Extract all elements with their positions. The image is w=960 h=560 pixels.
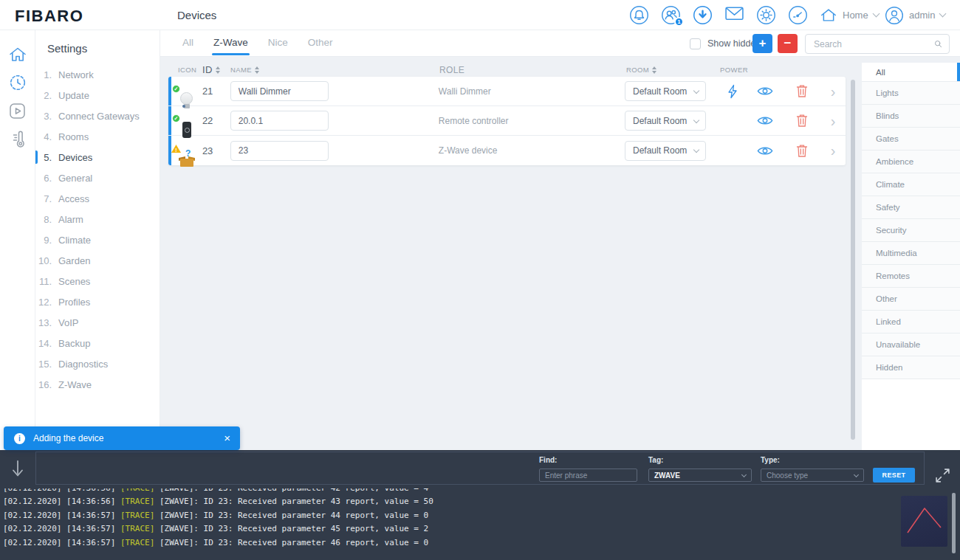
history-icon[interactable] [8,73,27,92]
category-remotes[interactable]: Remotes [862,265,960,288]
log-output[interactable]: [02.12.2020] [14:36:56] [TRACE] [ZWAVE]:… [0,488,945,560]
update-button[interactable] [693,5,713,25]
room-select[interactable]: Default Room [625,81,706,101]
category-climate[interactable]: Climate [862,173,960,196]
house-icon [820,7,837,23]
device-name-input[interactable] [230,111,329,131]
chart-thumbnail[interactable] [901,496,947,547]
sort-icon [255,66,259,74]
visibility-eye-icon[interactable] [757,145,773,156]
item-number: 9. [35,235,52,246]
mail-button[interactable] [724,5,744,25]
tab-all[interactable]: All [182,30,193,57]
settings-item-update[interactable]: 2.Update [35,85,160,106]
reset-button[interactable]: RESET [873,468,915,483]
category-multimedia[interactable]: Multimedia [862,242,960,265]
category-gates[interactable]: Gates [862,128,960,151]
category-safety[interactable]: Safety [862,196,960,219]
settings-item-profiles[interactable]: 12.Profiles [35,291,160,312]
item-number: 13. [35,317,52,328]
toast-close-icon[interactable]: × [224,433,230,443]
alarm-button[interactable] [629,5,649,25]
settings-item-garden[interactable]: 10.Garden [35,250,160,271]
room-select[interactable]: Default Room [625,141,706,161]
tab-other[interactable]: Other [308,30,333,57]
room-select-value: Default Room [633,86,687,97]
row-expand-chevron[interactable]: › [831,113,836,129]
find-input[interactable] [540,471,645,480]
category-all[interactable]: All [862,63,960,82]
scenes-play-icon[interactable] [8,102,27,120]
device-name-input[interactable] [230,141,329,161]
type-filter: Type: Choose type [761,456,864,482]
settings-item-devices[interactable]: 5.Devices [35,147,160,167]
collapse-arrow-icon[interactable] [11,460,24,479]
settings-item-voip[interactable]: 13.VoIP [35,312,160,333]
remove-device-button[interactable]: − [778,34,798,53]
log-level: [TRACE] [120,524,154,533]
search-icon [934,38,942,49]
category-blinds[interactable]: Blinds [862,105,960,128]
tab-nice[interactable]: Nice [268,30,288,57]
category-hidden[interactable]: Hidden [862,356,960,379]
delete-trash-icon[interactable] [796,114,808,128]
home-selector[interactable]: Home [820,0,879,30]
status-warning-icon: ! [171,145,181,153]
settings-item-zwave[interactable]: 16.Z-Wave [35,374,160,395]
settings-button[interactable] [756,5,776,25]
delete-trash-icon[interactable] [796,144,808,158]
search-input[interactable] [806,39,934,49]
diagnostics-button[interactable] [788,5,808,25]
category-security[interactable]: Security [862,219,960,242]
delete-trash-icon[interactable] [796,84,808,98]
visibility-eye-icon[interactable] [757,115,773,126]
show-hidden-checkbox[interactable] [690,38,701,49]
device-id: 23 [202,145,230,156]
item-label: Alarm [58,214,83,225]
expand-fullscreen-icon[interactable] [935,468,950,483]
row-expand-chevron[interactable]: › [831,142,836,159]
power-bolt-icon [727,84,738,99]
user-selector[interactable]: admin [885,0,945,30]
item-label: Diagnostics [58,359,108,370]
find-filter: Find: [539,456,637,482]
settings-item-access[interactable]: 7.Access [35,188,160,209]
settings-item-climate[interactable]: 9.Climate [35,229,160,250]
settings-item-alarm[interactable]: 8.Alarm [35,209,160,229]
log-time: [14:36:57] [66,524,115,533]
item-number: 3. [35,111,52,122]
log-level: [TRACE] [120,488,154,493]
category-other[interactable]: Other [862,288,960,311]
category-ambience[interactable]: Ambience [862,151,960,173]
climate-thermometer-icon[interactable] [9,130,27,149]
settings-item-diagnostics[interactable]: 15.Diagnostics [35,353,160,374]
add-device-button[interactable]: + [752,34,772,53]
item-number: 12. [35,297,52,308]
settings-item-connect-gateways[interactable]: 3.Connect Gateways [35,106,160,126]
item-number: 4. [35,131,52,142]
type-select[interactable]: Choose type [761,469,864,482]
category-unavailable[interactable]: Unavailable [862,333,960,356]
settings-item-rooms[interactable]: 4.Rooms [35,126,160,147]
settings-item-general[interactable]: 6.General [35,167,160,188]
visibility-eye-icon[interactable] [757,86,773,97]
users-button[interactable]: 1 [661,5,681,25]
settings-item-backup[interactable]: 14.Backup [35,333,160,353]
column-id[interactable]: ID [202,64,230,75]
chevron-down-icon [693,147,699,153]
column-name[interactable]: NAME [230,66,439,74]
row-expand-chevron[interactable]: › [831,83,836,100]
tag-select[interactable]: ZWAVE [648,469,752,482]
settings-item-network[interactable]: 1.Network [35,64,160,85]
tab-zwave[interactable]: Z-Wave [213,30,248,57]
column-room[interactable]: ROOM [626,66,719,74]
settings-item-scenes[interactable]: 11.Scenes [35,271,160,291]
tabs: All Z-Wave Nice Other [182,30,333,57]
device-name-input[interactable] [230,81,329,101]
table-scrollbar[interactable] [851,80,855,440]
home-icon[interactable] [8,46,27,63]
category-linked[interactable]: Linked [862,311,960,333]
category-lights[interactable]: Lights [862,82,960,105]
room-select[interactable]: Default Room [625,111,706,131]
console-scrollbar[interactable] [952,493,956,553]
